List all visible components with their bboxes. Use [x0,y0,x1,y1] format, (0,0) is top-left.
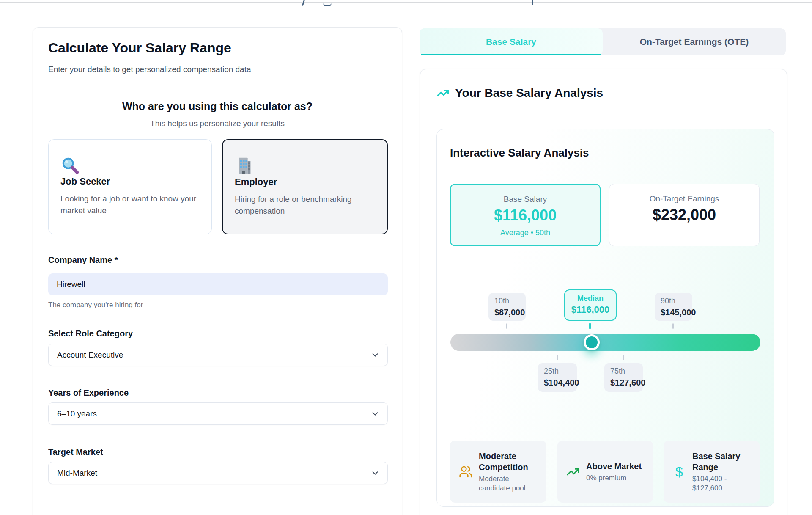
slider-tick-75th [623,355,624,360]
experience-select[interactable]: 6–10 years [48,402,388,425]
tab-label: Base Salary [486,37,536,47]
chevron-down-icon [370,468,380,478]
role-category-label: Select Role Category [48,329,133,339]
percentile-value: $116,000 [565,304,616,315]
percentile-pill-10th: 10th $87,000 [488,293,526,321]
slider-tick-10th [506,323,508,329]
tab-label: On-Target Earnings (OTE) [640,37,749,47]
company-name-input[interactable] [48,273,388,295]
stat-card-base-salary[interactable]: Base Salary $116,000 Average • 50th [450,184,601,246]
target-market-select[interactable]: Mid-Market [48,462,388,484]
insight-subtitle: 0% premium [586,474,642,483]
analysis-divider [450,271,760,271]
percentile-pill-90th: 90th $145,000 [655,293,692,321]
office-building-icon [235,156,254,176]
company-name-helper: The company you're hiring for [48,301,143,309]
persona-title: Employer [235,176,277,187]
percentile-value: $87,000 [494,308,526,317]
percentile-label: 25th [544,367,577,376]
percentile-label: 10th [494,297,526,306]
stat-value: $116,000 [451,207,600,224]
persona-option-job-seeker[interactable]: Job Seeker Looking for a job or want to … [48,139,212,234]
top-header-divider [0,2,812,3]
role-category-select[interactable]: Account Executive [48,344,388,366]
salary-calculator-page: Calculate Your Salary Range Enter your d… [0,0,812,515]
dollar-icon: $ [672,465,686,479]
stat-note: Average • 50th [451,229,600,237]
interactive-analysis-panel: Interactive Salary Analysis Base Salary … [436,129,774,507]
trending-up-icon [436,87,449,99]
insight-title: Above Market [586,461,642,472]
analysis-result-card: Your Base Salary Analysis Interactive Sa… [420,69,787,515]
experience-label: Years of Experience [48,388,129,398]
users-icon [458,465,473,479]
percentile-label: Median [565,294,616,303]
percentile-pill-75th: 75th $127,600 [604,363,643,392]
form-subtitle: Enter your details to get personalized c… [48,65,251,74]
tab-base-salary[interactable]: Base Salary [420,28,603,55]
insight-subtitle: Moderate candidate pool [479,474,540,493]
form-title: Calculate Your Salary Range [48,40,231,56]
percentile-pill-25th: 25th $104,400 [538,363,577,392]
persona-description: Hiring for a role or benchmarking compen… [235,193,374,217]
slider-tick-25th [557,355,558,360]
percentile-label: 75th [610,367,643,376]
persona-option-employer[interactable]: Employer Hiring for a role or benchmarki… [222,139,388,234]
insight-card-salary-range: $ Base Salary Range $104,400 - $127,600 [664,441,760,503]
insight-card-market-position: Above Market 0% premium [557,441,653,503]
insight-subtitle: $104,400 - $127,600 [692,474,753,493]
insight-title: Base Salary Range [692,451,753,473]
calculator-form-card: Calculate Your Salary Range Enter your d… [33,27,402,515]
trending-up-icon [566,465,580,479]
persona-title: Job Seeker [60,176,110,187]
salary-slider-thumb[interactable] [584,334,600,350]
clipped-header-text-fragment [323,0,332,6]
percentile-label: 90th [661,297,692,306]
percentile-pill-median: Median $116,000 [564,289,617,321]
insight-card-competition: Moderate Competition Moderate candidate … [450,441,546,503]
stat-label: On-Target Earnings [609,194,759,204]
analysis-heading-row: Your Base Salary Analysis [436,86,603,100]
active-tab-underline [421,54,601,55]
persona-heading: Who are you using this calculator as? [33,100,402,113]
chevron-down-icon [370,350,380,360]
company-name-label: Company Name * [48,255,118,265]
persona-subheading: This helps us personalize your results [33,119,402,128]
clipped-header-text-fragment [532,0,533,5]
insight-title: Moderate Competition [479,451,540,473]
target-market-label: Target Market [48,447,103,457]
percentile-value: $145,000 [661,308,692,317]
form-section-divider [48,504,388,504]
chevron-down-icon [370,409,380,419]
slider-tick-90th [672,323,674,329]
interactive-analysis-title: Interactive Salary Analysis [450,146,589,160]
experience-value: 6–10 years [57,409,97,419]
stat-card-ote[interactable]: On-Target Earnings $232,000 [609,184,760,246]
role-category-value: Account Executive [57,350,123,360]
stat-value: $232,000 [609,206,759,224]
results-tabs: Base Salary On-Target Earnings (OTE) [420,28,786,55]
tab-on-target-earnings[interactable]: On-Target Earnings (OTE) [603,28,786,55]
analysis-heading: Your Base Salary Analysis [455,86,603,100]
slider-tick-median [589,323,591,329]
percentile-value: $104,400 [544,378,577,388]
stat-label: Base Salary [451,195,600,204]
persona-description: Looking for a job or want to know your m… [60,193,200,217]
percentile-value: $127,600 [610,378,643,388]
salary-slider-track[interactable] [450,334,760,351]
magnifier-icon [60,156,80,175]
target-market-value: Mid-Market [57,468,97,478]
